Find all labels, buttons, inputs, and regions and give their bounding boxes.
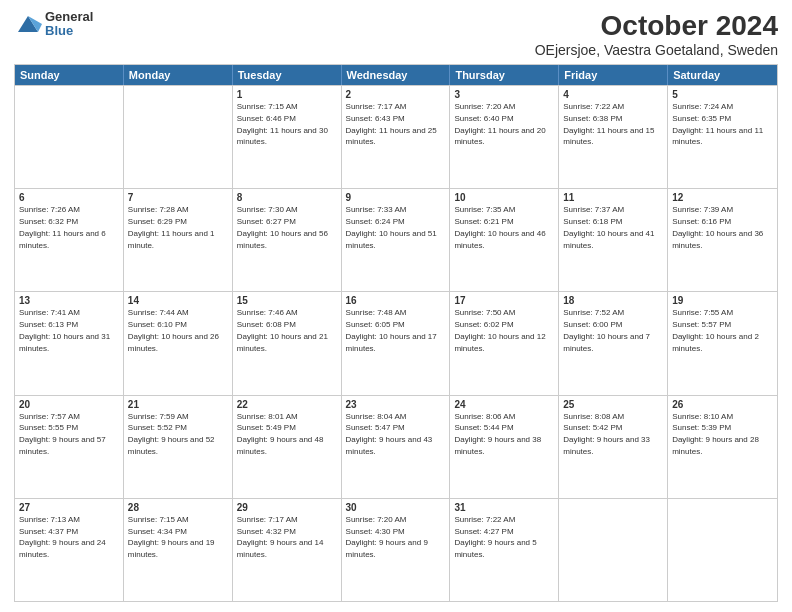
day-number: 25 <box>563 399 663 410</box>
cell-4-4: 23Sunrise: 8:04 AMSunset: 5:47 PMDayligh… <box>342 396 451 498</box>
day-number: 27 <box>19 502 119 513</box>
cell-5-5: 31Sunrise: 7:22 AMSunset: 4:27 PMDayligh… <box>450 499 559 601</box>
cell-info: Sunrise: 7:48 AMSunset: 6:05 PMDaylight:… <box>346 308 437 352</box>
cell-info: Sunrise: 8:04 AMSunset: 5:47 PMDaylight:… <box>346 412 433 456</box>
header-thursday: Thursday <box>450 65 559 85</box>
cell-3-3: 15Sunrise: 7:46 AMSunset: 6:08 PMDayligh… <box>233 292 342 394</box>
day-number: 7 <box>128 192 228 203</box>
day-number: 17 <box>454 295 554 306</box>
cell-1-5: 3Sunrise: 7:20 AMSunset: 6:40 PMDaylight… <box>450 86 559 188</box>
cell-info: Sunrise: 8:08 AMSunset: 5:42 PMDaylight:… <box>563 412 650 456</box>
cell-info: Sunrise: 7:22 AMSunset: 4:27 PMDaylight:… <box>454 515 536 559</box>
logo-icon <box>14 10 42 38</box>
cell-info: Sunrise: 7:17 AMSunset: 4:32 PMDaylight:… <box>237 515 324 559</box>
cell-info: Sunrise: 7:26 AMSunset: 6:32 PMDaylight:… <box>19 205 106 249</box>
cell-3-5: 17Sunrise: 7:50 AMSunset: 6:02 PMDayligh… <box>450 292 559 394</box>
day-number: 28 <box>128 502 228 513</box>
cell-info: Sunrise: 7:33 AMSunset: 6:24 PMDaylight:… <box>346 205 437 249</box>
day-number: 30 <box>346 502 446 513</box>
cell-info: Sunrise: 7:17 AMSunset: 6:43 PMDaylight:… <box>346 102 437 146</box>
cell-info: Sunrise: 7:15 AMSunset: 4:34 PMDaylight:… <box>128 515 215 559</box>
cell-info: Sunrise: 7:35 AMSunset: 6:21 PMDaylight:… <box>454 205 545 249</box>
logo: General Blue <box>14 10 93 39</box>
logo-general: General <box>45 10 93 24</box>
header-sunday: Sunday <box>15 65 124 85</box>
week-row-3: 13Sunrise: 7:41 AMSunset: 6:13 PMDayligh… <box>15 291 777 394</box>
cell-4-1: 20Sunrise: 7:57 AMSunset: 5:55 PMDayligh… <box>15 396 124 498</box>
cell-2-6: 11Sunrise: 7:37 AMSunset: 6:18 PMDayligh… <box>559 189 668 291</box>
cell-info: Sunrise: 7:46 AMSunset: 6:08 PMDaylight:… <box>237 308 328 352</box>
day-number: 29 <box>237 502 337 513</box>
week-row-4: 20Sunrise: 7:57 AMSunset: 5:55 PMDayligh… <box>15 395 777 498</box>
calendar-header: Sunday Monday Tuesday Wednesday Thursday… <box>15 65 777 85</box>
day-number: 11 <box>563 192 663 203</box>
cell-4-3: 22Sunrise: 8:01 AMSunset: 5:49 PMDayligh… <box>233 396 342 498</box>
cell-info: Sunrise: 7:13 AMSunset: 4:37 PMDaylight:… <box>19 515 106 559</box>
cell-info: Sunrise: 7:24 AMSunset: 6:35 PMDaylight:… <box>672 102 763 146</box>
logo-blue: Blue <box>45 24 93 38</box>
cell-info: Sunrise: 7:22 AMSunset: 6:38 PMDaylight:… <box>563 102 654 146</box>
week-row-1: 1Sunrise: 7:15 AMSunset: 6:46 PMDaylight… <box>15 85 777 188</box>
cell-info: Sunrise: 7:52 AMSunset: 6:00 PMDaylight:… <box>563 308 650 352</box>
day-number: 6 <box>19 192 119 203</box>
cell-1-4: 2Sunrise: 7:17 AMSunset: 6:43 PMDaylight… <box>342 86 451 188</box>
cell-info: Sunrise: 7:55 AMSunset: 5:57 PMDaylight:… <box>672 308 759 352</box>
cell-info: Sunrise: 7:44 AMSunset: 6:10 PMDaylight:… <box>128 308 219 352</box>
header: General Blue October 2024 OEjersjoe, Vae… <box>14 10 778 58</box>
cell-4-5: 24Sunrise: 8:06 AMSunset: 5:44 PMDayligh… <box>450 396 559 498</box>
calendar: Sunday Monday Tuesday Wednesday Thursday… <box>14 64 778 602</box>
cell-info: Sunrise: 7:39 AMSunset: 6:16 PMDaylight:… <box>672 205 763 249</box>
cell-2-3: 8Sunrise: 7:30 AMSunset: 6:27 PMDaylight… <box>233 189 342 291</box>
cell-3-7: 19Sunrise: 7:55 AMSunset: 5:57 PMDayligh… <box>668 292 777 394</box>
header-tuesday: Tuesday <box>233 65 342 85</box>
day-number: 1 <box>237 89 337 100</box>
page: General Blue October 2024 OEjersjoe, Vae… <box>0 0 792 612</box>
cell-5-4: 30Sunrise: 7:20 AMSunset: 4:30 PMDayligh… <box>342 499 451 601</box>
logo-text: General Blue <box>45 10 93 39</box>
day-number: 22 <box>237 399 337 410</box>
day-number: 31 <box>454 502 554 513</box>
cell-info: Sunrise: 7:15 AMSunset: 6:46 PMDaylight:… <box>237 102 328 146</box>
day-number: 20 <box>19 399 119 410</box>
cell-info: Sunrise: 7:59 AMSunset: 5:52 PMDaylight:… <box>128 412 215 456</box>
cell-info: Sunrise: 7:20 AMSunset: 4:30 PMDaylight:… <box>346 515 428 559</box>
cell-1-3: 1Sunrise: 7:15 AMSunset: 6:46 PMDaylight… <box>233 86 342 188</box>
day-number: 9 <box>346 192 446 203</box>
day-number: 10 <box>454 192 554 203</box>
cell-4-2: 21Sunrise: 7:59 AMSunset: 5:52 PMDayligh… <box>124 396 233 498</box>
cell-5-6 <box>559 499 668 601</box>
cell-info: Sunrise: 7:37 AMSunset: 6:18 PMDaylight:… <box>563 205 654 249</box>
header-wednesday: Wednesday <box>342 65 451 85</box>
cell-info: Sunrise: 7:20 AMSunset: 6:40 PMDaylight:… <box>454 102 545 146</box>
cell-2-2: 7Sunrise: 7:28 AMSunset: 6:29 PMDaylight… <box>124 189 233 291</box>
cell-1-6: 4Sunrise: 7:22 AMSunset: 6:38 PMDaylight… <box>559 86 668 188</box>
cell-3-6: 18Sunrise: 7:52 AMSunset: 6:00 PMDayligh… <box>559 292 668 394</box>
day-number: 14 <box>128 295 228 306</box>
day-number: 3 <box>454 89 554 100</box>
cell-info: Sunrise: 7:50 AMSunset: 6:02 PMDaylight:… <box>454 308 545 352</box>
cell-4-7: 26Sunrise: 8:10 AMSunset: 5:39 PMDayligh… <box>668 396 777 498</box>
cell-3-4: 16Sunrise: 7:48 AMSunset: 6:05 PMDayligh… <box>342 292 451 394</box>
header-saturday: Saturday <box>668 65 777 85</box>
cell-info: Sunrise: 7:28 AMSunset: 6:29 PMDaylight:… <box>128 205 215 249</box>
page-subtitle: OEjersjoe, Vaestra Goetaland, Sweden <box>535 42 778 58</box>
day-number: 8 <box>237 192 337 203</box>
cell-info: Sunrise: 7:30 AMSunset: 6:27 PMDaylight:… <box>237 205 328 249</box>
cell-info: Sunrise: 8:01 AMSunset: 5:49 PMDaylight:… <box>237 412 324 456</box>
cell-1-1 <box>15 86 124 188</box>
day-number: 26 <box>672 399 773 410</box>
day-number: 2 <box>346 89 446 100</box>
cell-4-6: 25Sunrise: 8:08 AMSunset: 5:42 PMDayligh… <box>559 396 668 498</box>
day-number: 5 <box>672 89 773 100</box>
cell-info: Sunrise: 8:06 AMSunset: 5:44 PMDaylight:… <box>454 412 541 456</box>
cell-5-1: 27Sunrise: 7:13 AMSunset: 4:37 PMDayligh… <box>15 499 124 601</box>
day-number: 18 <box>563 295 663 306</box>
day-number: 19 <box>672 295 773 306</box>
cell-1-2 <box>124 86 233 188</box>
cell-info: Sunrise: 7:57 AMSunset: 5:55 PMDaylight:… <box>19 412 106 456</box>
cell-5-7 <box>668 499 777 601</box>
cell-info: Sunrise: 8:10 AMSunset: 5:39 PMDaylight:… <box>672 412 759 456</box>
header-friday: Friday <box>559 65 668 85</box>
title-block: October 2024 OEjersjoe, Vaestra Goetalan… <box>535 10 778 58</box>
week-row-2: 6Sunrise: 7:26 AMSunset: 6:32 PMDaylight… <box>15 188 777 291</box>
